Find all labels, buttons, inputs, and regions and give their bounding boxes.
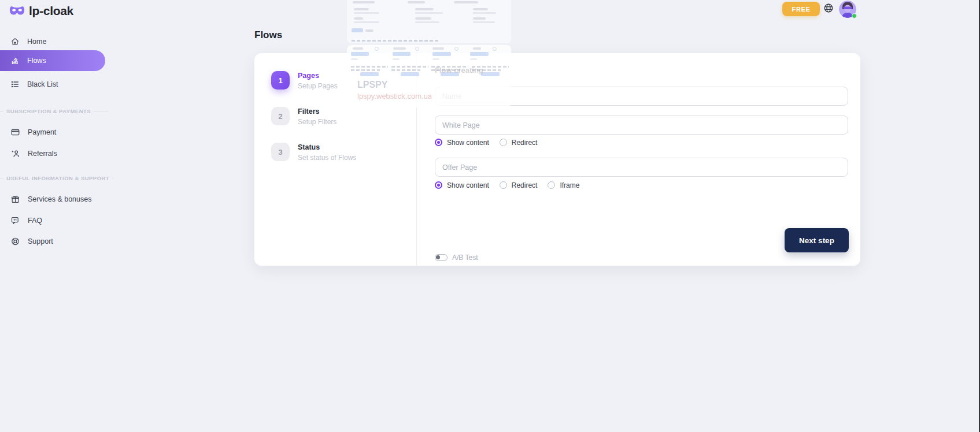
sidebar-item-label: Home	[27, 38, 46, 46]
sidebar-item-label: Flows	[27, 57, 46, 65]
sidebar-item-label: Payment	[28, 128, 56, 136]
globe-icon	[823, 3, 834, 13]
step-title: Pages	[298, 72, 338, 80]
radio-label: Show content	[447, 181, 489, 189]
form-title: Flow creating	[435, 66, 483, 75]
sidebar-section-support: USEFUL INFORMATION & SUPPORT	[0, 175, 109, 181]
app-logo[interactable]: lp-cloak	[9, 4, 73, 18]
stepper-column: 1 Pages Setup Pages 2 Filters Setup Filt…	[254, 53, 417, 266]
sidebar-item-home[interactable]: Home	[0, 33, 105, 50]
credit-card-icon	[10, 128, 20, 137]
step-subtitle: Setup Pages	[298, 82, 338, 90]
offer-page-input[interactable]	[435, 158, 848, 177]
offer-page-mode-group: Show content Redirect Iframe	[435, 181, 579, 189]
radio-label: Show content	[447, 139, 489, 147]
white-page-mode-group: Show content Redirect	[435, 138, 537, 147]
lifebuoy-icon	[10, 237, 20, 246]
mask-logo-icon	[9, 5, 25, 17]
language-globe-button[interactable]	[823, 3, 835, 14]
home-icon	[10, 37, 20, 46]
ab-test-toggle-row[interactable]: A/B Test	[435, 254, 478, 262]
radio-label: Redirect	[512, 181, 538, 189]
step-title: Filters	[298, 107, 336, 116]
toggle-knob	[436, 255, 440, 259]
step-number-badge: 2	[271, 107, 290, 125]
plan-badge-button[interactable]: FREE	[782, 2, 820, 16]
user-avatar[interactable]	[839, 1, 856, 18]
radio-label: Redirect	[512, 139, 538, 147]
ghost-card-top	[347, 0, 511, 43]
next-step-button[interactable]: Next step	[785, 228, 849, 252]
flows-icon	[10, 56, 20, 65]
offer-page-iframe-radio[interactable]: Iframe	[548, 181, 579, 189]
sidebar-item-referrals[interactable]: Referrals	[0, 145, 105, 162]
offer-page-redirect-radio[interactable]: Redirect	[500, 181, 538, 189]
section-title-text: SUBSCRIPTION & PAYMENTS	[6, 108, 91, 114]
sidebar-item-label: Support	[28, 237, 53, 245]
referrals-icon	[10, 149, 20, 158]
white-page-input[interactable]	[435, 116, 848, 135]
sidebar-item-black-list[interactable]: Black List	[0, 76, 105, 93]
sidebar-item-flows[interactable]: Flows	[0, 50, 105, 71]
radio-unselected-icon	[500, 139, 507, 146]
radio-unselected-icon	[548, 181, 555, 189]
logo-text: lp-cloak	[29, 4, 73, 18]
radio-unselected-icon	[500, 181, 507, 189]
sidebar-item-label: Referrals	[28, 150, 57, 158]
page-title: Flows	[254, 29, 282, 41]
sidebar-item-services[interactable]: Services & bonuses	[0, 191, 105, 208]
step-subtitle: Setup Filters	[298, 118, 336, 126]
flow-creating-modal: 1 Pages Setup Pages 2 Filters Setup Filt…	[254, 53, 860, 266]
svg-text:?!: ?!	[13, 218, 17, 222]
sidebar-item-faq[interactable]: ?! FAQ	[0, 212, 105, 229]
step-number-badge: 3	[271, 143, 290, 161]
ab-test-label: A/B Test	[452, 254, 478, 262]
radio-label: Iframe	[560, 181, 579, 189]
step-title: Status	[298, 143, 356, 151]
section-title-text: USEFUL INFORMATION & SUPPORT	[6, 175, 109, 181]
step-status[interactable]: 3 Status Set status of Flows	[271, 143, 356, 162]
sidebar-item-support[interactable]: Support	[0, 233, 105, 250]
step-subtitle: Set status of Flows	[298, 154, 356, 162]
list-icon	[10, 80, 20, 89]
step-pages[interactable]: 1 Pages Setup Pages	[271, 71, 338, 90]
ab-test-toggle[interactable]	[435, 254, 448, 261]
radio-selected-icon	[435, 139, 442, 146]
white-page-show-content-radio[interactable]: Show content	[435, 139, 489, 147]
step-number-badge: 1	[271, 71, 290, 90]
radio-selected-icon	[435, 181, 442, 189]
sidebar-item-label: Black List	[27, 80, 58, 88]
sidebar-item-label: Services & bonuses	[28, 195, 91, 203]
sidebar-item-payment[interactable]: Payment	[0, 124, 105, 141]
white-page-redirect-radio[interactable]: Redirect	[500, 139, 538, 147]
offer-page-show-content-radio[interactable]: Show content	[435, 181, 489, 189]
step-filters[interactable]: 2 Filters Setup Filters	[271, 107, 336, 126]
sidebar-section-subscription: SUBSCRIPTION & PAYMENTS	[0, 108, 109, 114]
sidebar-item-label: FAQ	[28, 217, 42, 225]
faq-bubble-icon: ?!	[10, 216, 20, 225]
online-status-dot	[852, 13, 857, 18]
gift-icon	[10, 195, 20, 204]
flow-name-input[interactable]	[435, 87, 848, 106]
